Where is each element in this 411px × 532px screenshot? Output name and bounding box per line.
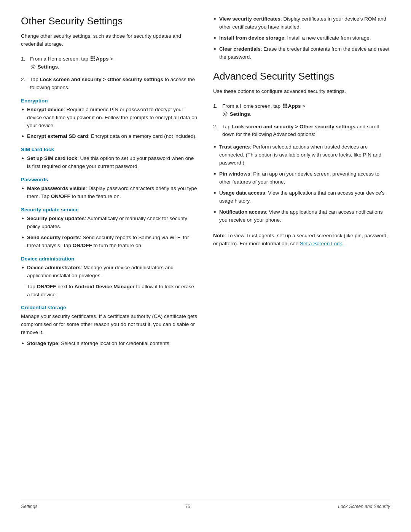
svg-rect-0 (91, 56, 92, 58)
security-update-bullets: Security policy updates: Automatically o… (21, 215, 198, 250)
intro-paragraph: Change other security settings, such as … (21, 32, 198, 48)
settings-label: Settings (38, 64, 58, 70)
note-label: Note (213, 233, 225, 238)
credential-intro: Manage your security certificates. If a … (21, 313, 198, 337)
advanced-apps-icon (282, 103, 288, 109)
note-text-after: . (342, 241, 343, 246)
svg-rect-1 (92, 56, 93, 58)
encryption-bullets: Encrypt device: Require a numeric PIN or… (21, 106, 198, 141)
step-1: 1. From a Home screen, tap (21, 55, 198, 71)
svg-rect-13 (283, 105, 284, 107)
bullet-encrypt-sd: Encrypt external SD card: Encrypt data o… (21, 133, 198, 141)
bullet-security-reports: Send security reports: Send security rep… (21, 234, 198, 250)
svg-rect-14 (284, 105, 285, 107)
bullet-pin-windows: Pin windows: Pin an app on your device s… (213, 170, 390, 186)
credential-storage-heading: Credential storage (21, 305, 198, 310)
svg-rect-4 (92, 58, 93, 59)
svg-rect-17 (284, 107, 285, 108)
bullet-policy-updates: Security policy updates: Automatically o… (21, 215, 198, 231)
svg-rect-15 (286, 105, 287, 107)
bullet-trust-agents: Trust agents: Perform selected actions w… (213, 143, 390, 167)
page-container: Other Security Settings Change other sec… (0, 0, 411, 532)
bullet-clear-credentials: Clear credentials: Erase the credential … (213, 45, 390, 61)
settings-icon (30, 64, 36, 69)
passwords-bullets: Make passwords visible: Display password… (21, 185, 198, 201)
device-admin-extra: Tap ON/OFF next to Android Device Manage… (21, 283, 198, 299)
step-1-text-before: From a Home screen, tap (30, 56, 90, 62)
bullet-notification-access: Notification access: View the applicatio… (213, 208, 390, 224)
bullet-install-storage: Install from device storage: Install a n… (213, 34, 390, 42)
apps-icon (90, 56, 96, 61)
bullet-sim-lock: Set up SIM card lock: Use this option to… (21, 155, 198, 171)
step-2: 2. Tap Lock screen and security > Other … (21, 76, 198, 92)
advanced-apps-label: Apps (288, 103, 301, 109)
svg-rect-11 (284, 104, 285, 105)
main-title: Other Security Settings (21, 15, 198, 27)
step-1-content: From a Home screen, tap Apps (30, 55, 198, 71)
two-column-layout: Other Security Settings Change other sec… (21, 15, 390, 488)
advanced-settings-icon (223, 111, 228, 117)
advanced-step-1-number: 1. (213, 102, 220, 118)
svg-rect-8 (94, 60, 95, 61)
advanced-step-2-content: Tap Lock screen and security > Other sec… (222, 123, 390, 139)
bullet-view-certificates: View security certificates: Display cert… (213, 15, 390, 31)
svg-point-19 (225, 113, 226, 115)
bullet-device-admins: Device administrators: Manage your devic… (21, 264, 198, 280)
svg-rect-3 (91, 58, 92, 59)
svg-rect-12 (286, 104, 287, 105)
svg-rect-2 (94, 56, 95, 58)
step-2-content: Tap Lock screen and security > Other sec… (30, 76, 198, 92)
step-2-number: 2. (21, 76, 28, 92)
step-1-number: 1. (21, 55, 28, 71)
sim-card-lock-heading: SIM card lock (21, 147, 198, 152)
note-paragraph: Note: To view Trust agents, set up a sec… (213, 232, 390, 248)
credential-bullets-right: View security certificates: Display cert… (213, 15, 390, 61)
device-admin-bullets: Device administrators: Manage your devic… (21, 264, 198, 280)
advanced-step-1: 1. From a Home screen, tap (213, 102, 390, 118)
adv-step-1-text-between: > (301, 103, 306, 109)
right-column: View security certificates: Display cert… (213, 15, 390, 488)
passwords-heading: Passwords (21, 177, 198, 182)
svg-rect-5 (94, 58, 95, 59)
note-link[interactable]: Set a Screen Lock (300, 241, 342, 246)
encryption-heading: Encryption (21, 98, 198, 104)
page-number: 75 (185, 504, 190, 509)
bullet-usage-data: Usage data access: View the applications… (213, 189, 390, 205)
advanced-step-2: 2. Tap Lock screen and security > Other … (213, 123, 390, 139)
adv-step-1-text-after: . (250, 111, 252, 117)
advanced-title: Advanced Security Settings (213, 70, 390, 82)
svg-rect-16 (283, 107, 284, 108)
adv-step-1-text-before: From a Home screen, tap (222, 103, 282, 109)
svg-rect-7 (92, 60, 93, 61)
advanced-step-1-content: From a Home screen, tap Apps (222, 102, 390, 118)
security-update-heading: Security update service (21, 207, 198, 212)
svg-point-9 (32, 66, 34, 68)
svg-rect-10 (283, 104, 284, 105)
advanced-settings-label: Settings (230, 111, 250, 117)
advanced-intro: Use these options to configure advanced … (213, 88, 390, 96)
left-column: Other Security Settings Change other sec… (21, 15, 198, 488)
footer-right: Lock Screen and Security (338, 504, 390, 509)
advanced-step-2-number: 2. (213, 123, 220, 139)
bullet-encrypt-device: Encrypt device: Require a numeric PIN or… (21, 106, 198, 130)
bullet-passwords-visible: Make passwords visible: Display password… (21, 185, 198, 201)
step-1-text-after: . (58, 64, 59, 70)
page-footer: Settings 75 Lock Screen and Security (21, 500, 390, 509)
device-admin-heading: Device administration (21, 256, 198, 262)
apps-label: Apps (96, 56, 109, 62)
credential-bullets-left: Storage type: Select a storage location … (21, 340, 198, 348)
bullet-storage-type: Storage type: Select a storage location … (21, 340, 198, 348)
footer-left: Settings (21, 504, 37, 509)
svg-rect-6 (91, 60, 92, 61)
svg-rect-18 (286, 107, 287, 108)
step-1-text-between: > (109, 56, 113, 62)
advanced-bullets: Trust agents: Perform selected actions w… (213, 143, 390, 224)
sim-bullets: Set up SIM card lock: Use this option to… (21, 155, 198, 171)
